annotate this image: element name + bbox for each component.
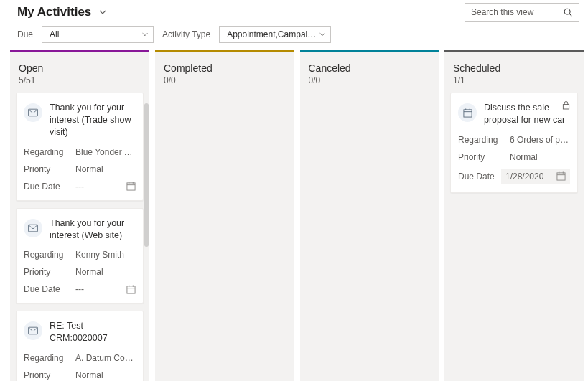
field-label-priority: Priority bbox=[24, 164, 67, 174]
scrollbar[interactable] bbox=[144, 103, 149, 247]
activity-card[interactable]: Thank you for your interest (Trade show … bbox=[16, 93, 144, 201]
card-title: RE: Test CRM:0020007 bbox=[50, 320, 136, 344]
card-title: Discuss the sale proposal for new car bbox=[484, 102, 570, 126]
field-label-regarding: Regarding bbox=[24, 250, 67, 260]
field-value-priority: Normal bbox=[67, 267, 136, 277]
chevron-down-icon bbox=[98, 8, 107, 17]
column-open: Open 5/51 Thank you for your interest (T… bbox=[10, 50, 149, 381]
column-count: 1/1 bbox=[453, 75, 577, 85]
field-label-due-date: Due Date bbox=[24, 284, 67, 294]
svg-rect-8 bbox=[127, 286, 135, 293]
field-label-priority: Priority bbox=[458, 152, 501, 162]
svg-rect-3 bbox=[127, 183, 135, 190]
column-count: 0/0 bbox=[164, 75, 287, 85]
column-title: Scheduled bbox=[453, 62, 577, 74]
activity-card[interactable]: Thank you for your interest (Web site) R… bbox=[16, 208, 144, 304]
field-label-due-date: Due Date bbox=[24, 182, 67, 192]
email-icon bbox=[24, 219, 42, 237]
column-count: 0/0 bbox=[309, 75, 432, 85]
column-completed: Completed 0/0 bbox=[155, 50, 294, 381]
activity-type-filter-label: Activity Type bbox=[162, 29, 210, 39]
search-box[interactable] bbox=[465, 3, 579, 22]
email-icon bbox=[24, 321, 42, 340]
field-value-regarding: 6 Orders of pro... bbox=[501, 135, 570, 145]
column-title: Open bbox=[19, 62, 142, 74]
due-filter-value: All bbox=[50, 29, 59, 39]
lock-icon bbox=[562, 100, 570, 110]
activity-type-filter-dropdown[interactable]: Appointment,Campaign Acti... bbox=[219, 26, 331, 43]
column-header[interactable]: Scheduled 1/1 bbox=[444, 52, 584, 93]
field-label-due-date: Due Date bbox=[458, 171, 501, 182]
svg-point-0 bbox=[564, 9, 570, 14]
column-count: 5/51 bbox=[19, 75, 142, 85]
due-filter-label: Due bbox=[17, 29, 33, 39]
activity-card[interactable]: Discuss the sale proposal for new car Re… bbox=[450, 93, 578, 193]
column-title: Completed bbox=[164, 62, 287, 74]
calendar-event-icon bbox=[458, 103, 477, 122]
field-value-priority: Normal bbox=[501, 152, 570, 162]
field-label-priority: Priority bbox=[24, 267, 67, 277]
view-title: My Activities bbox=[17, 5, 91, 19]
due-date-box[interactable]: 1/28/2020 bbox=[501, 169, 570, 184]
view-title-wrap[interactable]: My Activities bbox=[17, 5, 107, 19]
card-title: Thank you for your interest (Web site) bbox=[50, 217, 136, 242]
column-header[interactable]: Completed 0/0 bbox=[155, 52, 294, 93]
field-value-due-date: 1/28/2020 bbox=[505, 171, 551, 182]
column-header[interactable]: Open 5/51 bbox=[10, 52, 149, 93]
email-icon bbox=[24, 103, 42, 122]
calendar-icon[interactable] bbox=[126, 182, 136, 191]
field-value-priority: Normal bbox=[67, 164, 136, 174]
field-value-priority: Normal bbox=[67, 370, 136, 380]
field-label-priority: Priority bbox=[24, 370, 67, 380]
calendar-icon bbox=[556, 171, 566, 181]
field-value-due-date: --- bbox=[75, 182, 122, 192]
due-filter-dropdown[interactable]: All bbox=[42, 26, 154, 43]
card-title: Thank you for your interest (Trade show … bbox=[50, 102, 136, 138]
field-value-due-date: --- bbox=[75, 284, 122, 294]
field-label-regarding: Regarding bbox=[24, 353, 67, 363]
svg-line-1 bbox=[569, 14, 571, 16]
svg-rect-18 bbox=[557, 173, 565, 180]
activity-type-filter-value: Appointment,Campaign Acti... bbox=[227, 29, 319, 39]
svg-rect-17 bbox=[563, 105, 569, 109]
search-input[interactable] bbox=[471, 7, 560, 17]
chevron-down-icon bbox=[319, 31, 326, 38]
kanban-board: Open 5/51 Thank you for your interest (T… bbox=[0, 50, 588, 381]
search-icon[interactable] bbox=[560, 7, 576, 17]
chevron-down-icon bbox=[141, 31, 149, 38]
column-title: Canceled bbox=[309, 62, 432, 74]
field-label-regarding: Regarding bbox=[458, 135, 501, 145]
activity-card[interactable]: RE: Test CRM:0020007 Regarding A. Datum … bbox=[16, 311, 144, 381]
column-header[interactable]: Canceled 0/0 bbox=[300, 52, 439, 93]
svg-rect-13 bbox=[463, 109, 471, 116]
field-label-regarding: Regarding bbox=[24, 147, 67, 157]
field-value-regarding: Blue Yonder Ai... bbox=[67, 147, 136, 157]
calendar-icon[interactable] bbox=[126, 285, 136, 294]
field-value-regarding: Kenny Smith bbox=[67, 250, 136, 260]
field-value-regarding: A. Datum Corp... bbox=[67, 353, 136, 363]
column-canceled: Canceled 0/0 bbox=[300, 50, 439, 381]
column-scheduled: Scheduled 1/1 Discuss the sale proposal … bbox=[444, 50, 584, 381]
